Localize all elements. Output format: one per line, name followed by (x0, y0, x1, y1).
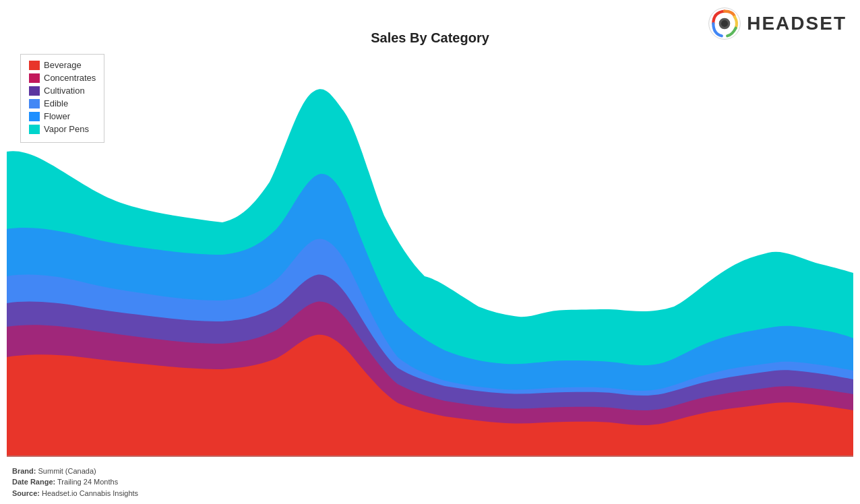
legend-item-flower: Flower (29, 111, 96, 121)
legend-swatch-vapor-pens (29, 125, 40, 134)
source-label: Source: (12, 489, 40, 497)
legend-item-concentrates: Concentrates (29, 73, 96, 83)
date-range-label: Date Range: (12, 478, 55, 486)
footer-source: Source: Headset.io Cannabis Insights (12, 488, 138, 499)
page: HEADSET Sales By Category Beverage Conce… (0, 0, 860, 504)
legend-swatch-concentrates (29, 73, 40, 83)
legend-label-edible: Edible (44, 98, 68, 108)
brand-value: Summit (Canada) (38, 467, 96, 475)
legend-swatch-cultivation (29, 86, 40, 96)
svg-point-2 (721, 20, 728, 27)
legend-label-beverage: Beverage (44, 60, 82, 70)
legend-item-edible: Edible (29, 98, 96, 108)
legend-swatch-beverage (29, 61, 40, 70)
footer-date-range: Date Range: Trailing 24 Months (12, 476, 138, 488)
logo-area: HEADSET (708, 7, 847, 40)
legend-swatch-edible (29, 99, 40, 108)
legend-label-concentrates: Concentrates (44, 73, 96, 83)
legend-swatch-flower (29, 112, 40, 121)
legend-label-vapor-pens: Vapor Pens (44, 124, 89, 134)
logo-text: HEADSET (747, 13, 847, 34)
legend-label-flower: Flower (44, 111, 70, 121)
legend-item-vapor-pens: Vapor Pens (29, 124, 96, 134)
brand-label: Brand: (12, 467, 36, 475)
source-value: Headset.io Cannabis Insights (42, 489, 138, 497)
legend-item-cultivation: Cultivation (29, 86, 96, 96)
footer-brand: Brand: Summit (Canada) (12, 466, 138, 477)
legend-label-cultivation: Cultivation (44, 86, 85, 96)
headset-logo-icon (708, 7, 741, 40)
chart-area: 2023-01 2023-04 2023-07 2023-10 2024-01 … (7, 47, 853, 457)
area-chart: 2023-01 2023-04 2023-07 2023-10 2024-01 … (7, 47, 853, 457)
footer-info: Brand: Summit (Canada) Date Range: Trail… (12, 466, 138, 499)
chart-title: Sales By Category (371, 30, 489, 46)
legend-item-beverage: Beverage (29, 60, 96, 70)
date-range-value: Trailing 24 Months (57, 478, 118, 486)
chart-legend: Beverage Concentrates Cultivation Edible… (20, 54, 104, 143)
